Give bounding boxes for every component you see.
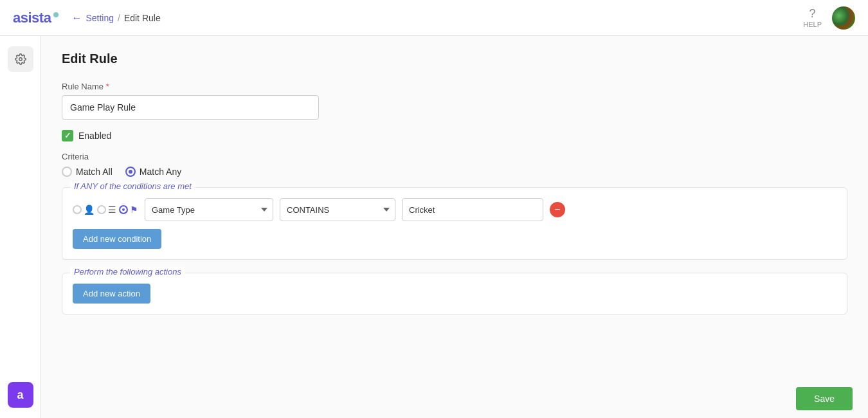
add-action-button[interactable]: Add new action [73,284,150,304]
conditions-box: If ANY of the conditions are met 👤 ☰ ⚑ [62,187,847,260]
match-all-radio[interactable] [62,167,72,177]
condition-row-1: 👤 ☰ ⚑ Game Type Score Player [73,198,836,221]
save-button[interactable]: Save [796,387,853,410]
match-all-option[interactable]: Match All [62,167,113,177]
list-icon: ☰ [108,204,116,215]
match-any-option[interactable]: Match Any [125,167,181,177]
icon-radio-person[interactable]: 👤 [73,204,95,215]
match-all-label: Match All [76,167,113,177]
avatar[interactable] [832,6,855,30]
condition-value-input[interactable] [402,198,543,221]
radio-person[interactable] [73,205,82,214]
rule-name-input[interactable] [62,95,319,120]
remove-icon: − [554,204,560,215]
help-button[interactable]: ? HELP [803,7,822,28]
logo-dot [53,12,59,17]
sidebar-bottom-glyph: a [17,388,23,402]
topnav: asista ← Setting / Edit Rule ? HELP [0,0,868,36]
avatar-image [832,6,855,30]
flag-icon: ⚑ [130,204,138,215]
remove-condition-button[interactable]: − [550,202,565,217]
conditions-box-title: If ANY of the conditions are met [70,181,195,191]
svg-point-0 [19,58,22,61]
radio-flag[interactable] [119,205,128,214]
save-bar: Save [781,379,868,418]
layout: a Edit Rule Rule Name * Enabled Criteria… [0,36,868,418]
rule-name-section: Rule Name * [62,82,847,120]
game-type-select[interactable]: Game Type Score Player [145,198,273,221]
breadcrumb-setting-link[interactable]: Setting [86,13,114,23]
enabled-row: Enabled [62,130,847,141]
person-icon: 👤 [84,204,95,215]
sidebar: a [0,36,41,418]
icon-radio-group: 👤 ☰ ⚑ [73,204,138,215]
radio-list[interactable] [97,205,106,214]
breadcrumb-separator: / [118,13,120,23]
icon-radio-list[interactable]: ☰ [97,204,116,215]
rule-name-label: Rule Name * [62,82,847,91]
add-condition-button[interactable]: Add new condition [73,229,161,249]
actions-box-title: Perform the following actions [70,267,185,277]
criteria-radio-group: Match All Match Any [62,167,847,177]
actions-box: Perform the following actions Add new ac… [62,273,847,314]
contains-select[interactable]: CONTAINS EQUALS STARTS WITH ENDS WITH [280,198,395,221]
enabled-checkbox[interactable] [62,130,73,141]
sidebar-settings-icon[interactable] [8,46,33,72]
main-content: Edit Rule Rule Name * Enabled Criteria M… [41,36,868,418]
criteria-section: Criteria Match All Match Any [62,152,847,177]
criteria-label: Criteria [62,152,847,161]
logo-text: asista [13,10,51,26]
icon-radio-flag[interactable]: ⚑ [119,204,138,215]
help-icon: ? [809,7,816,21]
back-arrow[interactable]: ← [71,12,82,24]
match-any-label: Match Any [140,167,181,177]
sidebar-bottom-icon[interactable]: a [8,382,33,408]
match-any-radio[interactable] [125,167,136,177]
help-label: HELP [803,21,822,28]
breadcrumb: ← Setting / Edit Rule [71,12,160,24]
nav-right: ? HELP [803,6,855,30]
breadcrumb-current: Edit Rule [124,13,161,23]
required-indicator: * [106,82,109,91]
logo-area: asista [13,10,59,26]
page-title: Edit Rule [62,51,847,66]
enabled-label: Enabled [78,131,111,141]
